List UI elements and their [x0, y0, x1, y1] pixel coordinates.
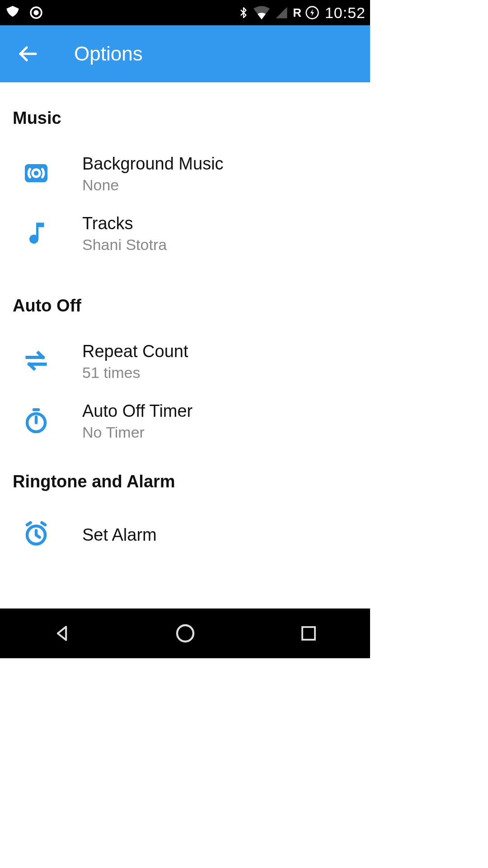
section-header-auto-off: Auto Off [0, 296, 370, 332]
setting-value: No Timer [82, 424, 192, 441]
wifi-icon [253, 6, 270, 19]
setting-value: None [82, 176, 224, 194]
app-bar: Options [0, 25, 370, 82]
bluetooth-icon [238, 5, 249, 20]
setting-value: 51 times [82, 364, 188, 382]
music-note-icon [23, 219, 50, 248]
setting-repeat-count[interactable]: Repeat Count 51 times [0, 332, 370, 392]
svg-rect-13 [302, 627, 315, 640]
setting-background-music[interactable]: Background Music None [0, 144, 370, 204]
status-clock: 10:52 [325, 4, 366, 22]
roaming-indicator: R [293, 6, 301, 20]
page-title: Options [74, 42, 143, 65]
triangle-back-icon [52, 623, 72, 643]
status-right: R 10:52 [238, 4, 366, 22]
navigation-bar [0, 609, 370, 658]
nav-back-button[interactable] [42, 620, 82, 647]
setting-title: Set Alarm [82, 525, 157, 545]
repeat-icon [23, 347, 50, 376]
alarm-clock-icon [23, 520, 50, 549]
nav-home-button[interactable] [165, 620, 206, 647]
status-left [5, 5, 43, 21]
svg-line-11 [42, 523, 46, 525]
nav-recents-button[interactable] [288, 620, 329, 647]
setting-title: Auto Off Timer [82, 401, 192, 421]
section-header-ringtone-alarm: Ringtone and Alarm [0, 472, 370, 508]
circle-home-icon [174, 623, 196, 644]
arrow-left-icon [17, 43, 38, 65]
battery-charging-icon [305, 5, 319, 20]
back-button[interactable] [15, 42, 40, 66]
speaker-icon [23, 160, 50, 189]
section-header-music: Music [0, 108, 370, 144]
setting-title: Background Music [82, 154, 224, 174]
cellular-signal-icon [274, 6, 289, 19]
svg-line-10 [27, 523, 31, 525]
svg-point-12 [177, 625, 193, 642]
setting-title: Repeat Count [82, 342, 188, 361]
screen: R 10:52 Options Music Background Music N… [0, 0, 370, 658]
status-bar: R 10:52 [0, 0, 370, 25]
square-recents-icon [299, 624, 318, 643]
settings-content: Music Background Music None Tracks Shani… [0, 82, 370, 609]
setting-tracks[interactable]: Tracks Shani Stotra [0, 204, 370, 264]
stopwatch-icon [23, 407, 50, 436]
setting-title: Tracks [82, 214, 167, 233]
target-notification-icon [29, 5, 43, 20]
setting-auto-off-timer[interactable]: Auto Off Timer No Timer [0, 392, 370, 451]
setting-value: Shani Stotra [82, 236, 167, 254]
svg-point-1 [34, 11, 38, 14]
app-notification-icon [5, 5, 21, 21]
setting-set-alarm[interactable]: Set Alarm [0, 508, 370, 562]
